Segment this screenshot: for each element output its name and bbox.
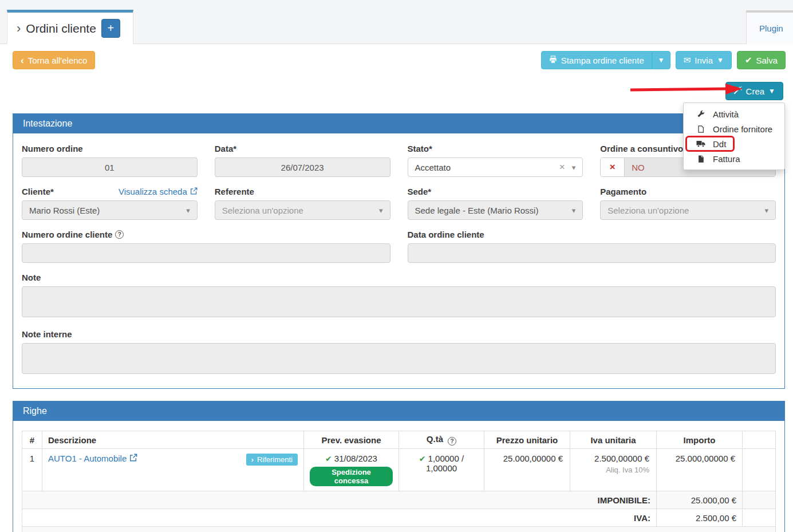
file-icon bbox=[696, 125, 705, 133]
visualizza-scheda-link[interactable]: Visualizza scheda bbox=[119, 187, 198, 196]
note-interne-textarea[interactable] bbox=[22, 343, 776, 374]
prezzo-unitario-value: 25.000,00000 € bbox=[484, 449, 570, 491]
chevron-left-icon: ‹ bbox=[21, 56, 24, 65]
imponibile-label: IMPONIBILE: bbox=[22, 491, 657, 509]
righe-panel-header: Righe bbox=[13, 401, 785, 421]
numero-ordine-input[interactable]: 01 bbox=[22, 157, 198, 177]
totals-row-iva: IVA: 2.500,00 € bbox=[22, 509, 776, 527]
numero-ordine-label: Numero ordine bbox=[22, 144, 83, 153]
send-button-label: Invia bbox=[695, 56, 713, 65]
pagamento-label: Pagamento bbox=[600, 187, 646, 196]
menu-item-label: Ordine fornitore bbox=[713, 124, 772, 134]
iva-label: IVA: bbox=[22, 509, 657, 527]
cliente-select[interactable]: Mario Rossi (Este) ▾ bbox=[22, 200, 198, 220]
field-numero-ordine-cliente: Numero ordine cliente ? bbox=[22, 230, 390, 263]
note-textarea[interactable] bbox=[22, 286, 776, 317]
create-button[interactable]: Crea ▼ bbox=[725, 82, 783, 100]
field-numero-ordine: Numero ordine 01 bbox=[22, 144, 198, 177]
menu-item-label: Fattura bbox=[713, 154, 740, 164]
prev-evasione-date: 31/08/2023 bbox=[334, 454, 377, 463]
spedizione-badge: Spedizione concessa bbox=[310, 467, 393, 486]
referente-placeholder: Seleziona un'opzione bbox=[222, 206, 303, 215]
table-row: 1 AUTO1 - Automobile bbox=[22, 449, 776, 491]
field-note: Note bbox=[22, 273, 776, 320]
field-referente: Referente Seleziona un'opzione ▾ bbox=[215, 187, 390, 220]
tab-ordini-cliente[interactable]: › Ordini cliente + bbox=[7, 10, 133, 44]
tab-plugin[interactable]: Plugin bbox=[746, 10, 793, 44]
check-icon: ✔ bbox=[419, 454, 426, 463]
clear-icon[interactable]: × bbox=[559, 161, 565, 173]
data-label: Data* bbox=[215, 144, 236, 153]
wrench-icon bbox=[696, 110, 705, 119]
menu-item-ddt[interactable]: Ddt bbox=[684, 136, 784, 151]
data-ordine-cliente-input[interactable] bbox=[408, 243, 776, 263]
sede-value: Sede legale - Este (Mario Rossi) bbox=[415, 206, 539, 215]
importo-value: 25.000,00000 € bbox=[657, 449, 743, 491]
caret-down-icon: ▼ bbox=[768, 88, 775, 94]
stato-select[interactable]: Accettato × ▾ bbox=[408, 157, 583, 177]
toolbar-right: Stampa ordine cliente ▼ ✉ Invia ▼ ✔ Salv… bbox=[541, 51, 786, 69]
help-icon[interactable]: ? bbox=[448, 437, 456, 446]
print-order-button[interactable]: Stampa ordine cliente bbox=[541, 51, 652, 69]
print-dropdown-toggle[interactable]: ▼ bbox=[652, 51, 670, 69]
magic-wand-icon bbox=[733, 86, 742, 96]
article-link[interactable]: AUTO1 - Automobile bbox=[48, 454, 137, 463]
select-caret-icon: ▾ bbox=[379, 206, 383, 215]
field-data-ordine-cliente: Data ordine cliente bbox=[408, 230, 776, 263]
back-button-label: Torna all'elenco bbox=[28, 56, 88, 65]
riferimenti-badge[interactable]: › Riferimenti bbox=[246, 454, 298, 466]
cliente-label: Cliente* bbox=[22, 187, 54, 196]
sede-select[interactable]: Sede legale - Este (Mario Rossi) ▾ bbox=[408, 200, 583, 220]
menu-item-label: Ddt bbox=[713, 139, 726, 149]
riferimenti-label: Riferimenti bbox=[257, 455, 293, 464]
row-number: 1 bbox=[22, 449, 42, 491]
totals-row-imponibile: IMPONIBILE: 25.000,00 € bbox=[22, 491, 776, 509]
select-caret-icon: ▾ bbox=[572, 206, 576, 215]
ordine-consuntivo-label: Ordine a consuntivo bbox=[600, 144, 683, 153]
righe-panel: Righe # Descrizione Prev. evasione Q.tà … bbox=[13, 401, 785, 532]
pagamento-placeholder: Seleziona un'opzione bbox=[607, 206, 689, 215]
referente-label: Referente bbox=[215, 187, 254, 196]
page-title: Ordini cliente bbox=[26, 22, 96, 36]
print-split-button: Stampa ordine cliente ▼ bbox=[541, 51, 670, 69]
check-icon: ✔ bbox=[745, 55, 752, 65]
numero-ordine-cliente-input[interactable] bbox=[22, 243, 390, 263]
pagamento-select[interactable]: Seleziona un'opzione ▾ bbox=[600, 200, 776, 220]
col-actions bbox=[743, 431, 776, 449]
col-iva-unitaria: Iva unitaria bbox=[570, 431, 657, 449]
cliente-value: Mario Rossi (Este) bbox=[29, 206, 100, 215]
back-to-list-button[interactable]: ‹ Torna all'elenco bbox=[13, 51, 95, 69]
field-pagamento: Pagamento Seleziona un'opzione ▾ bbox=[600, 187, 776, 220]
help-icon[interactable]: ? bbox=[115, 230, 124, 239]
data-ordine-cliente-label: Data ordine cliente bbox=[408, 230, 484, 239]
righe-table: # Descrizione Prev. evasione Q.tà ? Prez… bbox=[22, 431, 776, 532]
article-label: AUTO1 - Automobile bbox=[48, 454, 127, 463]
menu-item-label: Attività bbox=[713, 109, 739, 119]
red-highlight-box bbox=[685, 136, 735, 152]
send-button[interactable]: ✉ Invia ▼ bbox=[676, 51, 732, 69]
external-link-icon bbox=[190, 187, 198, 196]
field-stato: Stato* Accettato × ▾ bbox=[408, 144, 583, 177]
note-interne-label: Note interne bbox=[22, 329, 72, 339]
field-data: Data* 26/07/2023 bbox=[215, 144, 390, 177]
row-actions-cell bbox=[743, 449, 776, 491]
menu-item-attivita[interactable]: Attività bbox=[684, 107, 784, 121]
referente-select[interactable]: Seleziona un'opzione ▾ bbox=[215, 200, 390, 220]
add-tab-button[interactable]: + bbox=[101, 19, 120, 38]
col-qta: Q.tà ? bbox=[399, 431, 484, 449]
data-input[interactable]: 26/07/2023 bbox=[215, 157, 390, 177]
save-button[interactable]: ✔ Salva bbox=[737, 51, 786, 69]
qta-header-label: Q.tà bbox=[427, 434, 443, 444]
stato-value: Accettato bbox=[415, 163, 451, 172]
menu-item-ordine-fornitore[interactable]: Ordine fornitore bbox=[684, 121, 784, 136]
menu-item-fattura[interactable]: Fattura bbox=[684, 151, 784, 166]
caret-down-icon: ▼ bbox=[717, 57, 724, 64]
select-caret-icon: ▾ bbox=[186, 206, 190, 215]
col-descrizione: Descrizione bbox=[42, 431, 304, 449]
iva-unitaria-value: 2.500,00000 € bbox=[594, 454, 649, 463]
print-button-label: Stampa ordine cliente bbox=[561, 56, 644, 65]
x-mark-icon[interactable]: × bbox=[601, 158, 625, 176]
qta-value: 1,00000 / 1,00000 bbox=[426, 454, 464, 473]
select-caret-icon: ▾ bbox=[572, 163, 576, 172]
sede-label: Sede* bbox=[408, 187, 432, 196]
